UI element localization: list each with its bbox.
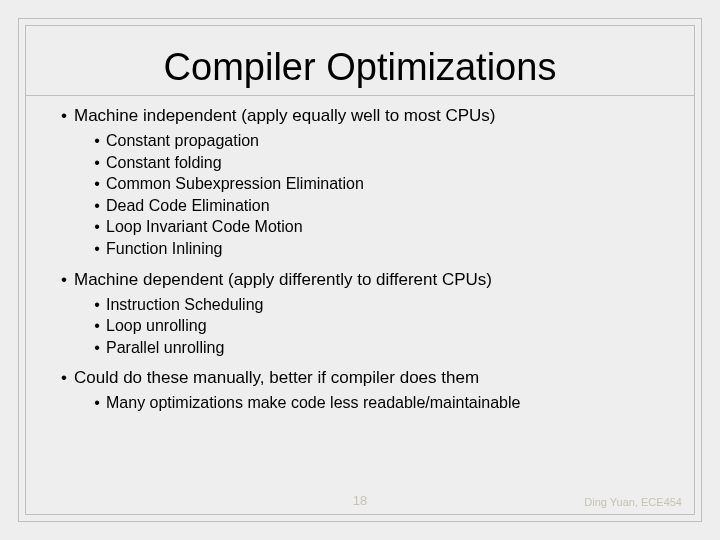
section-1-items: •Constant propagation •Constant folding … <box>54 130 666 260</box>
bullet-icon: • <box>54 106 74 126</box>
title-divider <box>26 95 694 96</box>
section-2-items: •Instruction Scheduling •Loop unrolling … <box>54 294 666 359</box>
credit-text: Ding Yuan, ECE454 <box>584 496 682 508</box>
page-number: 18 <box>353 493 367 508</box>
list-item: Constant propagation <box>106 130 259 152</box>
bullet-icon: • <box>88 130 106 152</box>
list-item: Parallel unrolling <box>106 337 224 359</box>
bullet-icon: • <box>54 270 74 290</box>
bullet-icon: • <box>88 195 106 217</box>
section-3-items: •Many optimizations make code less reada… <box>54 392 666 414</box>
list-item: Common Subexpression Elimination <box>106 173 364 195</box>
bullet-icon: • <box>88 315 106 337</box>
section-2: • Machine dependent (apply differently t… <box>54 270 666 359</box>
bullet-icon: • <box>88 152 106 174</box>
outer-frame: Compiler Optimizations • Machine indepen… <box>18 18 702 522</box>
section-3: • Could do these manually, better if com… <box>54 368 666 414</box>
bullet-icon: • <box>88 392 106 414</box>
bullet-icon: • <box>88 216 106 238</box>
section-heading: Machine dependent (apply differently to … <box>74 270 666 290</box>
bullet-icon: • <box>54 368 74 388</box>
bullet-icon: • <box>88 173 106 195</box>
list-item: Constant folding <box>106 152 222 174</box>
content-list: • Machine independent (apply equally wel… <box>54 106 666 414</box>
list-item: Loop unrolling <box>106 315 207 337</box>
section-heading: Could do these manually, better if compi… <box>74 368 666 388</box>
slide-title: Compiler Optimizations <box>54 46 666 89</box>
inner-frame: Compiler Optimizations • Machine indepen… <box>25 25 695 515</box>
section-heading: Machine independent (apply equally well … <box>74 106 666 126</box>
bullet-icon: • <box>88 238 106 260</box>
list-item: Instruction Scheduling <box>106 294 263 316</box>
section-1: • Machine independent (apply equally wel… <box>54 106 666 260</box>
bullet-icon: • <box>88 337 106 359</box>
bullet-icon: • <box>88 294 106 316</box>
list-item: Loop Invariant Code Motion <box>106 216 303 238</box>
list-item: Dead Code Elimination <box>106 195 270 217</box>
list-item: Function Inlining <box>106 238 223 260</box>
list-item: Many optimizations make code less readab… <box>106 392 520 414</box>
